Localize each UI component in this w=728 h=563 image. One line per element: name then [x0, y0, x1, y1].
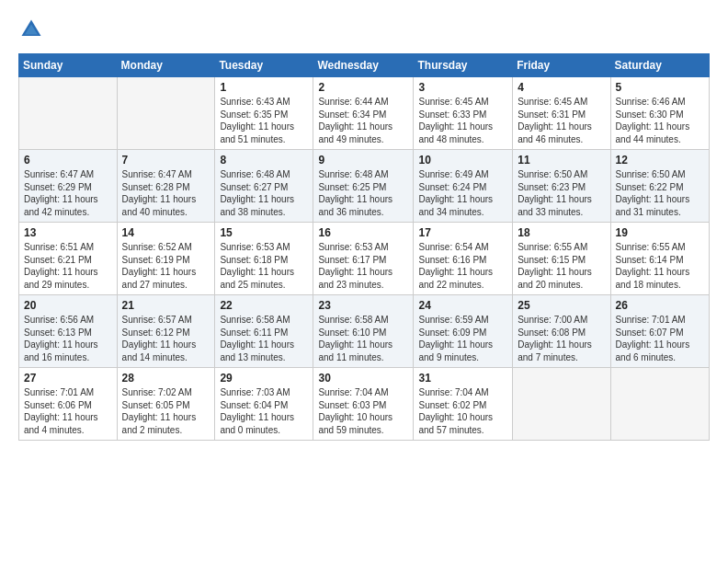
day-cell: 3Sunrise: 6:45 AMSunset: 6:33 PMDaylight…: [414, 77, 513, 150]
day-info: Sunrise: 6:45 AMSunset: 6:33 PMDaylight:…: [418, 96, 507, 145]
day-number: 2: [318, 81, 408, 94]
day-number: 3: [418, 81, 507, 94]
day-number: 23: [318, 299, 408, 312]
day-cell: 18Sunrise: 6:55 AMSunset: 6:15 PMDayligh…: [513, 223, 610, 295]
day-info: Sunrise: 6:43 AMSunset: 6:35 PMDaylight:…: [220, 96, 308, 145]
day-cell: 9Sunrise: 6:48 AMSunset: 6:25 PMDaylight…: [313, 150, 414, 223]
day-cell: 16Sunrise: 6:53 AMSunset: 6:17 PMDayligh…: [313, 223, 414, 295]
day-number: 4: [518, 81, 605, 94]
day-info: Sunrise: 6:58 AMSunset: 6:10 PMDaylight:…: [318, 314, 408, 363]
day-cell: 14Sunrise: 6:52 AMSunset: 6:19 PMDayligh…: [117, 223, 215, 295]
col-header-saturday: Saturday: [610, 54, 709, 77]
day-info: Sunrise: 6:45 AMSunset: 6:31 PMDaylight:…: [518, 96, 605, 145]
col-header-tuesday: Tuesday: [215, 54, 313, 77]
day-info: Sunrise: 6:59 AMSunset: 6:09 PMDaylight:…: [418, 314, 507, 363]
day-cell: [610, 368, 709, 441]
day-info: Sunrise: 6:48 AMSunset: 6:25 PMDaylight:…: [318, 168, 408, 218]
day-info: Sunrise: 7:00 AMSunset: 6:08 PMDaylight:…: [518, 314, 605, 363]
day-cell: [513, 368, 610, 441]
day-info: Sunrise: 6:55 AMSunset: 6:15 PMDaylight:…: [518, 241, 605, 291]
day-number: 1: [220, 81, 308, 94]
week-row-1: 1Sunrise: 6:43 AMSunset: 6:35 PMDaylight…: [19, 77, 710, 150]
day-info: Sunrise: 6:46 AMSunset: 6:30 PMDaylight:…: [616, 96, 704, 145]
day-cell: 24Sunrise: 6:59 AMSunset: 6:09 PMDayligh…: [414, 295, 513, 368]
day-number: 16: [318, 226, 408, 239]
day-number: 22: [220, 299, 308, 312]
day-number: 12: [616, 154, 704, 167]
day-number: 17: [418, 226, 507, 239]
day-info: Sunrise: 6:50 AMSunset: 6:23 PMDaylight:…: [518, 168, 605, 218]
day-info: Sunrise: 7:04 AMSunset: 6:03 PMDaylight:…: [318, 386, 408, 436]
day-info: Sunrise: 6:50 AMSunset: 6:22 PMDaylight:…: [616, 168, 704, 218]
day-info: Sunrise: 6:48 AMSunset: 6:27 PMDaylight:…: [220, 168, 308, 218]
day-cell: 12Sunrise: 6:50 AMSunset: 6:22 PMDayligh…: [610, 150, 709, 223]
day-cell: 7Sunrise: 6:47 AMSunset: 6:28 PMDaylight…: [117, 150, 215, 223]
header: [18, 17, 710, 42]
day-info: Sunrise: 7:01 AMSunset: 6:06 PMDaylight:…: [24, 386, 112, 436]
day-cell: 25Sunrise: 7:00 AMSunset: 6:08 PMDayligh…: [513, 295, 610, 368]
day-info: Sunrise: 6:58 AMSunset: 6:11 PMDaylight:…: [220, 314, 308, 363]
logo: [18, 17, 48, 42]
day-number: 31: [418, 372, 507, 385]
day-number: 11: [518, 154, 605, 167]
day-info: Sunrise: 6:55 AMSunset: 6:14 PMDaylight:…: [616, 241, 704, 291]
day-number: 18: [518, 226, 605, 239]
day-cell: 27Sunrise: 7:01 AMSunset: 6:06 PMDayligh…: [19, 368, 118, 441]
week-row-2: 6Sunrise: 6:47 AMSunset: 6:29 PMDaylight…: [19, 150, 710, 223]
day-cell: 17Sunrise: 6:54 AMSunset: 6:16 PMDayligh…: [414, 223, 513, 295]
day-cell: 11Sunrise: 6:50 AMSunset: 6:23 PMDayligh…: [513, 150, 610, 223]
col-header-monday: Monday: [117, 54, 215, 77]
day-info: Sunrise: 6:52 AMSunset: 6:19 PMDaylight:…: [122, 241, 210, 291]
day-number: 26: [616, 299, 704, 312]
day-cell: 31Sunrise: 7:04 AMSunset: 6:02 PMDayligh…: [414, 368, 513, 441]
day-cell: 28Sunrise: 7:02 AMSunset: 6:05 PMDayligh…: [117, 368, 215, 441]
day-info: Sunrise: 6:44 AMSunset: 6:34 PMDaylight:…: [318, 96, 408, 145]
day-number: 25: [518, 299, 605, 312]
day-number: 24: [418, 299, 507, 312]
day-number: 7: [122, 154, 210, 167]
day-info: Sunrise: 7:04 AMSunset: 6:02 PMDaylight:…: [418, 386, 507, 436]
day-info: Sunrise: 6:57 AMSunset: 6:12 PMDaylight:…: [122, 314, 210, 363]
logo-icon: [18, 17, 44, 42]
calendar-table: SundayMondayTuesdayWednesdayThursdayFrid…: [18, 53, 710, 441]
day-number: 19: [616, 226, 704, 239]
day-cell: 2Sunrise: 6:44 AMSunset: 6:34 PMDaylight…: [313, 77, 414, 150]
day-info: Sunrise: 6:51 AMSunset: 6:21 PMDaylight:…: [24, 241, 112, 291]
day-number: 5: [616, 81, 704, 94]
day-info: Sunrise: 6:53 AMSunset: 6:17 PMDaylight:…: [318, 241, 408, 291]
week-row-4: 20Sunrise: 6:56 AMSunset: 6:13 PMDayligh…: [19, 295, 710, 368]
day-info: Sunrise: 6:49 AMSunset: 6:24 PMDaylight:…: [418, 168, 507, 218]
calendar-page: SundayMondayTuesdayWednesdayThursdayFrid…: [0, 0, 728, 450]
day-number: 13: [24, 226, 112, 239]
day-info: Sunrise: 7:02 AMSunset: 6:05 PMDaylight:…: [122, 386, 210, 436]
day-number: 15: [220, 226, 308, 239]
day-cell: 23Sunrise: 6:58 AMSunset: 6:10 PMDayligh…: [313, 295, 414, 368]
day-cell: 15Sunrise: 6:53 AMSunset: 6:18 PMDayligh…: [215, 223, 313, 295]
day-cell: 19Sunrise: 6:55 AMSunset: 6:14 PMDayligh…: [610, 223, 709, 295]
day-cell: 22Sunrise: 6:58 AMSunset: 6:11 PMDayligh…: [215, 295, 313, 368]
day-number: 29: [220, 372, 308, 385]
day-info: Sunrise: 6:53 AMSunset: 6:18 PMDaylight:…: [220, 241, 308, 291]
col-header-sunday: Sunday: [19, 54, 118, 77]
day-number: 9: [318, 154, 408, 167]
col-header-friday: Friday: [513, 54, 610, 77]
day-cell: 29Sunrise: 7:03 AMSunset: 6:04 PMDayligh…: [215, 368, 313, 441]
col-header-thursday: Thursday: [414, 54, 513, 77]
header-row: SundayMondayTuesdayWednesdayThursdayFrid…: [19, 54, 710, 77]
day-info: Sunrise: 6:54 AMSunset: 6:16 PMDaylight:…: [418, 241, 507, 291]
day-number: 8: [220, 154, 308, 167]
day-cell: 26Sunrise: 7:01 AMSunset: 6:07 PMDayligh…: [610, 295, 709, 368]
day-number: 28: [122, 372, 210, 385]
day-cell: 30Sunrise: 7:04 AMSunset: 6:03 PMDayligh…: [313, 368, 414, 441]
day-cell: 5Sunrise: 6:46 AMSunset: 6:30 PMDaylight…: [610, 77, 709, 150]
col-header-wednesday: Wednesday: [313, 54, 414, 77]
week-row-3: 13Sunrise: 6:51 AMSunset: 6:21 PMDayligh…: [19, 223, 710, 295]
day-info: Sunrise: 7:01 AMSunset: 6:07 PMDaylight:…: [616, 314, 704, 363]
day-cell: 20Sunrise: 6:56 AMSunset: 6:13 PMDayligh…: [19, 295, 118, 368]
day-number: 6: [24, 154, 112, 167]
day-number: 10: [418, 154, 507, 167]
day-info: Sunrise: 6:47 AMSunset: 6:29 PMDaylight:…: [24, 168, 112, 218]
week-row-5: 27Sunrise: 7:01 AMSunset: 6:06 PMDayligh…: [19, 368, 710, 441]
day-number: 27: [24, 372, 112, 385]
day-cell: 4Sunrise: 6:45 AMSunset: 6:31 PMDaylight…: [513, 77, 610, 150]
